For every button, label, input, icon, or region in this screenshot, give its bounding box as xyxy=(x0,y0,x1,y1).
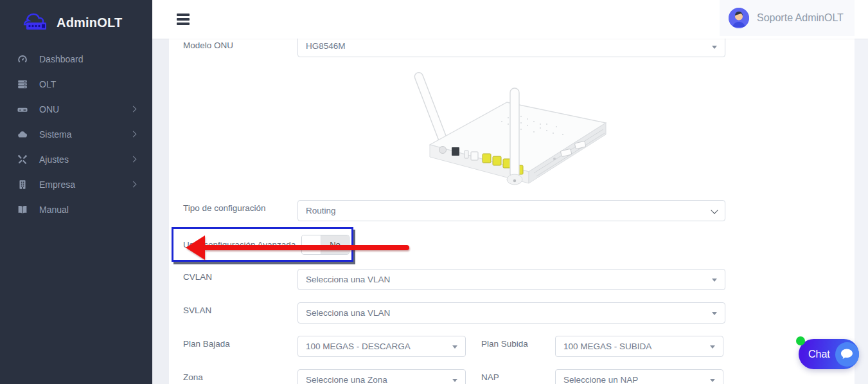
dropdown-caret-icon xyxy=(710,345,715,349)
page-gutter xyxy=(855,39,868,384)
modelo-onu-label: Modelo ONU xyxy=(183,39,297,50)
sidebar-item-ajustes[interactable]: Ajustes xyxy=(0,147,152,172)
user-menu[interactable]: Soporte AdminOLT xyxy=(720,0,855,36)
sidebar-item-label: Ajustes xyxy=(39,154,131,165)
sidebar-item-label: Dashboard xyxy=(39,54,138,64)
plan-subida-value: 100 MEGAS - SUBIDA xyxy=(563,342,651,351)
brand-logo-icon xyxy=(22,10,51,35)
cvlan-label: CVLAN xyxy=(183,269,297,282)
sidebar-item-sistema[interactable]: Sistema xyxy=(0,122,152,147)
sidebar-item-manual[interactable]: Manual xyxy=(0,197,152,222)
chevron-right-icon xyxy=(130,131,137,138)
sidebar-item-olt[interactable]: OLT xyxy=(0,71,152,96)
select-chevron-icon xyxy=(711,206,718,214)
dropdown-caret-icon xyxy=(712,312,717,315)
avatar xyxy=(729,8,749,28)
tipo-configuracion-value: Routing xyxy=(306,206,336,215)
brand-name: AdminOLT xyxy=(57,15,122,30)
plan-subida-select[interactable]: 100 MEGAS - SUBIDA xyxy=(555,336,723,357)
zona-select[interactable]: Seleccione una Zona xyxy=(297,369,466,384)
dashboard-icon xyxy=(17,53,28,65)
tipo-configuracion-row: Tipo de configuración Routing xyxy=(183,200,840,221)
avanzada-annotation-box: Usar configuración Avanzada No xyxy=(172,227,353,262)
chat-bubble-icon xyxy=(835,342,859,367)
onu-image-wrap xyxy=(297,57,725,192)
dropdown-caret-icon xyxy=(452,379,457,382)
sidebar-item-onu[interactable]: ONU xyxy=(0,96,152,122)
plan-subida-label: Plan Subida xyxy=(481,336,555,357)
modelo-onu-value: HG8546M xyxy=(306,41,346,51)
dropdown-caret-icon xyxy=(452,345,457,349)
plan-bajada-select[interactable]: 100 MEGAS - DESCARGA xyxy=(297,336,466,357)
avanzada-toggle[interactable]: No xyxy=(301,235,350,255)
onu-product-image xyxy=(405,62,617,190)
sidebar-item-label: Sistema xyxy=(39,129,131,140)
empresa-icon xyxy=(17,179,28,190)
sidebar-item-empresa[interactable]: Empresa xyxy=(0,172,152,197)
sidebar-item-label: Manual xyxy=(39,205,138,215)
svlan-placeholder: Selecciona una VLAN xyxy=(306,308,390,318)
cvlan-placeholder: Selecciona una VLAN xyxy=(306,275,390,284)
toggle-knob xyxy=(302,235,321,254)
modelo-onu-row: Modelo ONU HG8546M xyxy=(183,39,840,57)
svlan-select[interactable]: Selecciona una VLAN xyxy=(297,302,725,324)
tipo-configuracion-label: Tipo de configuración xyxy=(183,200,297,213)
dropdown-caret-icon xyxy=(712,279,717,282)
plan-row: Plan Bajada 100 MEGAS - DESCARGA Plan Su… xyxy=(183,336,840,357)
olt-icon xyxy=(17,78,28,90)
user-name: Soporte AdminOLT xyxy=(757,12,844,24)
sidebar: AdminOLT Dashboard OLT ONU Sistema xyxy=(0,0,152,384)
zona-nap-row: Zona Seleccione una Zona NAP Seleccione … xyxy=(183,369,840,384)
sidebar-nav: Dashboard OLT ONU Sistema Ajus xyxy=(0,46,152,222)
chat-button[interactable]: Chat xyxy=(799,339,859,369)
brand[interactable]: AdminOLT xyxy=(0,0,152,36)
ajustes-icon xyxy=(17,154,28,165)
dropdown-caret-icon xyxy=(712,46,717,49)
svlan-row: SVLAN Selecciona una VLAN xyxy=(183,302,840,324)
topbar: Soporte AdminOLT xyxy=(152,0,868,39)
onu-config-form: Modelo ONU HG8546M xyxy=(169,39,855,384)
nap-label: NAP xyxy=(481,369,555,384)
chevron-right-icon xyxy=(130,156,137,163)
onu-icon xyxy=(17,104,28,115)
cvlan-row: CVLAN Selecciona una VLAN xyxy=(183,269,840,290)
nap-placeholder: Seleccione un NAP xyxy=(563,375,638,384)
plan-bajada-label: Plan Bajada xyxy=(183,336,297,349)
manual-icon xyxy=(17,204,28,215)
sidebar-item-label: Empresa xyxy=(39,179,131,190)
dropdown-caret-icon xyxy=(710,379,715,382)
modelo-onu-select[interactable]: HG8546M xyxy=(297,39,725,57)
online-status-dot xyxy=(796,336,805,345)
chevron-right-icon xyxy=(130,106,137,113)
tipo-configuracion-select[interactable]: Routing xyxy=(297,200,725,221)
sidebar-item-dashboard[interactable]: Dashboard xyxy=(0,46,152,71)
plan-bajada-value: 100 MEGAS - DESCARGA xyxy=(306,342,411,351)
zona-placeholder: Seleccione una Zona xyxy=(306,375,387,384)
toggle-off-label: No xyxy=(321,235,350,254)
chat-label: Chat xyxy=(808,349,830,360)
chevron-right-icon xyxy=(130,181,137,188)
cvlan-select[interactable]: Selecciona una VLAN xyxy=(297,269,725,290)
avanzada-label: Usar configuración Avanzada xyxy=(183,240,296,250)
menu-toggle-button[interactable] xyxy=(177,14,190,25)
zona-label: Zona xyxy=(183,369,297,382)
sistema-icon xyxy=(17,129,28,140)
sidebar-item-label: OLT xyxy=(39,79,138,89)
sidebar-item-label: ONU xyxy=(39,104,131,114)
nap-select[interactable]: Seleccione un NAP xyxy=(555,369,723,384)
onu-config-panel: Modelo ONU HG8546M xyxy=(169,39,855,384)
svlan-label: SVLAN xyxy=(183,302,297,315)
